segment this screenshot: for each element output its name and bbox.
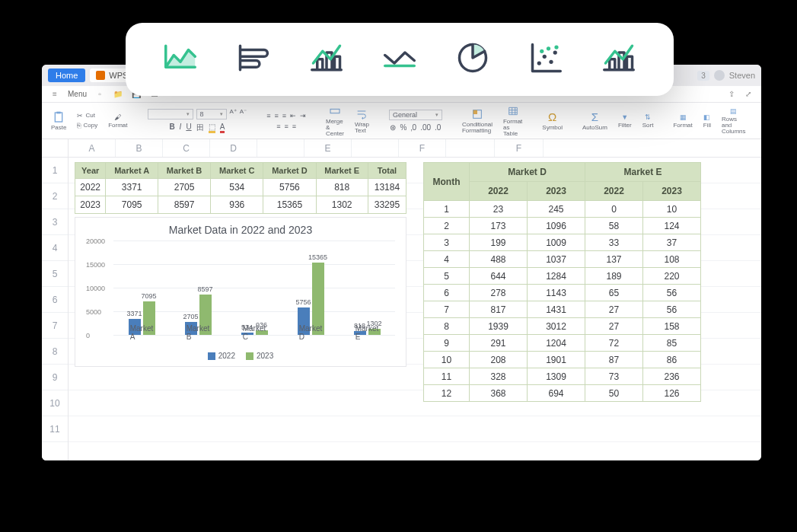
align-right-icon[interactable]: ≡ [292, 123, 296, 130]
table-row[interactable]: 929112047285 [424, 335, 701, 352]
fill-color-button[interactable]: ⬚ [209, 123, 215, 133]
share-icon[interactable]: ⇪ [726, 89, 737, 100]
combo-chart-icon-2[interactable] [598, 37, 640, 82]
line-chart-icon[interactable] [378, 37, 421, 82]
italic-button[interactable]: I [180, 123, 182, 133]
select-all-corner[interactable] [42, 139, 68, 158]
copy-button[interactable]: ⎘Copy [77, 122, 97, 129]
table-row[interactable]: 627811436556 [424, 285, 701, 301]
autosum-button[interactable]: Σ AutoSum [579, 110, 611, 131]
format-as-table-button[interactable]: Format as Table [500, 105, 525, 137]
home-tab[interactable]: Home [48, 68, 85, 82]
bar-group[interactable]: 33717095Market A [129, 228, 155, 335]
font-size-select[interactable]: 8▾ [196, 109, 227, 119]
row-header[interactable]: 3 [42, 209, 68, 235]
bold-button[interactable]: B [169, 123, 174, 133]
table-row[interactable]: 44881037137108 [424, 251, 701, 268]
sheet-content[interactable]: YearMarket AMarket BMarket CMarket DMark… [69, 158, 761, 460]
area-chart-icon[interactable] [159, 37, 202, 82]
symbol-button[interactable]: Ω Symbol [539, 110, 566, 131]
column-header[interactable]: F [495, 139, 544, 157]
align-left-icon[interactable]: ≡ [276, 123, 280, 130]
row-header[interactable]: 5 [42, 261, 68, 287]
yearly-market-table[interactable]: YearMarket AMarket BMarket CMarket DMark… [75, 162, 406, 214]
increase-font-icon[interactable]: A⁺ [230, 109, 237, 119]
format-button[interactable]: ▦ Format [670, 113, 695, 129]
pie-chart-icon[interactable] [451, 37, 494, 82]
table-row[interactable]: 2173109658124 [424, 218, 701, 234]
row-header[interactable]: 10 [42, 390, 68, 416]
border-button[interactable]: 田 [196, 123, 204, 133]
align-middle-icon[interactable]: ≡ [274, 112, 278, 119]
bar-group[interactable]: 575615365Market D [298, 228, 324, 335]
wrap-text-button[interactable]: Wrap Text [352, 108, 372, 134]
table-row[interactable]: 123245010 [424, 201, 701, 218]
number-format-select[interactable]: General▾ [389, 110, 442, 120]
table-row[interactable]: 1020819018786 [424, 352, 701, 368]
indent-inc-icon[interactable]: ⇥ [300, 112, 306, 119]
table-row[interactable]: 781714312756 [424, 301, 701, 318]
sort-button[interactable]: ⇅ Sort [639, 113, 657, 129]
indent-dec-icon[interactable]: ⇤ [290, 112, 296, 119]
row-header[interactable]: 8 [42, 339, 68, 365]
merge-button[interactable]: Merge & Center [323, 105, 347, 137]
bar-group[interactable]: 27058597Market B [185, 228, 212, 335]
table-row[interactable]: 11328130973236 [424, 368, 701, 385]
fill-button[interactable]: ◧ Fill [700, 113, 714, 129]
align-top-icon[interactable]: ≡ [266, 112, 270, 119]
new-icon[interactable]: ▫ [94, 89, 105, 100]
column-header[interactable]: E [304, 139, 352, 157]
dec-inc-icon[interactable]: .00 [420, 123, 431, 132]
percent-icon[interactable]: % [400, 123, 406, 132]
row-header[interactable]: 4 [42, 235, 68, 261]
conditional-formatting-button[interactable]: Conditional Formatting [459, 108, 496, 134]
column-header[interactable] [352, 139, 399, 157]
row-header[interactable]: 11 [42, 416, 68, 442]
market-chart[interactable]: Market Data in 2022 and 2023 05000100001… [75, 217, 406, 367]
paste-button[interactable]: Paste [48, 111, 69, 131]
underline-button[interactable]: U [186, 123, 191, 133]
hbar-chart-icon[interactable] [232, 37, 275, 82]
row-header[interactable]: 9 [42, 365, 68, 390]
monthly-market-table[interactable]: Month Market D Market E 2022 2023 2022 2… [423, 162, 701, 402]
format-painter-button[interactable]: 🖌 Format [105, 113, 130, 129]
expand-icon[interactable]: ⤢ [743, 89, 754, 100]
table-row[interactable]: 1236869450126 [424, 385, 701, 402]
scatter-chart-icon[interactable] [524, 37, 567, 82]
table-row[interactable]: 319910093337 [424, 234, 701, 251]
bar-group[interactable]: 8181302Market E [354, 228, 381, 335]
cut-button[interactable]: ✂Cut [77, 112, 94, 119]
column-header[interactable] [257, 139, 304, 157]
font-color-button[interactable]: A [220, 123, 225, 133]
menu-label[interactable]: Menu [68, 90, 87, 98]
row-header[interactable]: 7 [42, 313, 68, 339]
font-select[interactable]: ▾ [148, 109, 193, 119]
table-row[interactable]: 81939301227158 [424, 318, 701, 335]
open-icon[interactable]: 📁 [113, 89, 123, 100]
align-center-icon[interactable]: ≡ [284, 123, 288, 130]
column-header[interactable]: A [69, 139, 116, 157]
row-header[interactable]: 6 [42, 287, 68, 313]
align-bottom-icon[interactable]: ≡ [282, 112, 286, 119]
dec-dec-icon[interactable]: .0 [435, 123, 441, 132]
table-row[interactable]: 56441284189220 [424, 268, 701, 285]
user-area[interactable]: 3 Steven [697, 70, 755, 81]
decrease-font-icon[interactable]: A⁻ [240, 109, 247, 119]
row-header[interactable]: 2 [42, 183, 68, 209]
table-row[interactable]: 20237095859793615365130233295 [75, 196, 406, 214]
comma-icon[interactable]: ‚0 [410, 123, 416, 132]
combo-chart-icon[interactable] [305, 37, 348, 82]
rows-cols-button[interactable]: ▤ Rows and Columns [719, 107, 749, 135]
filter-button[interactable]: ▼ Filter [615, 113, 635, 129]
currency-icon[interactable]: ⊛ [390, 123, 396, 132]
column-header[interactable]: B [116, 139, 163, 157]
bar-group[interactable]: 534936Market C [241, 228, 268, 335]
column-header[interactable]: F [399, 139, 446, 157]
row-header[interactable]: 1 [42, 158, 68, 183]
column-header[interactable]: D [210, 139, 257, 157]
column-header[interactable] [446, 139, 495, 157]
table-row[interactable]: 202233712705534575681813184 [75, 179, 406, 196]
column-header[interactable]: C [163, 139, 210, 157]
table-header: Market A [106, 163, 158, 179]
hamburger-icon[interactable]: ≡ [49, 89, 60, 100]
